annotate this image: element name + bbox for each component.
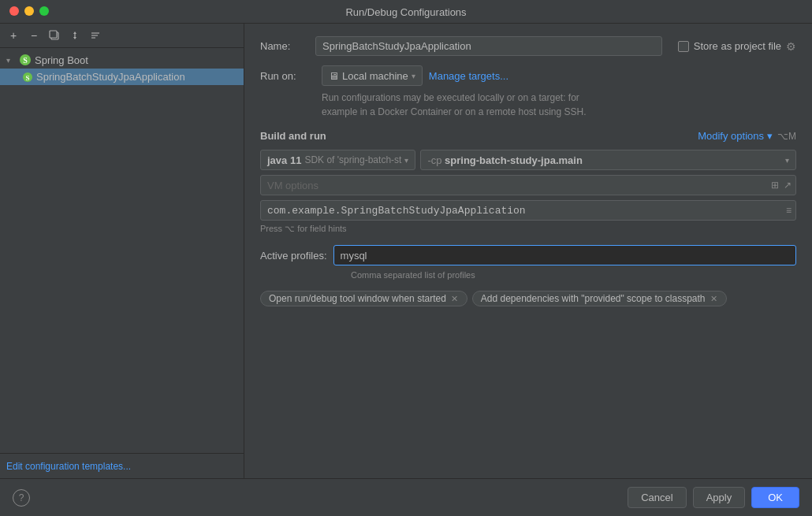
sidebar: + − — [0, 24, 244, 478]
run-hint-line1: Run configurations may be executed local… — [322, 91, 796, 105]
settings-icon[interactable]: ↗ — [782, 179, 793, 191]
spring-boot-icon: S — [19, 54, 32, 66]
cp-dropdown[interactable]: -cp spring-batch-study-jpa.main ▾ — [420, 150, 796, 170]
expand-icon[interactable]: ⊞ — [769, 179, 780, 191]
svg-text:S: S — [23, 56, 28, 65]
store-project-label: Store as project file — [694, 40, 781, 52]
browse-icon[interactable]: ≡ — [784, 204, 793, 217]
profiles-hint: Comma separated list of profiles — [351, 270, 796, 280]
bottom-bar: ? Cancel Apply OK — [0, 478, 812, 516]
local-machine-icon: 🖥 — [329, 70, 339, 82]
tree-item-label: SpringBatchStudyJpaApplication — [36, 71, 185, 83]
svg-text:S: S — [25, 74, 29, 82]
tag1-label: Open run/debug tool window when started — [269, 293, 446, 304]
tree-group-spring-boot[interactable]: ▾ S Spring Boot — [0, 51, 244, 69]
sdk-row: java 11 SDK of 'spring-batch-st ▾ -cp sp… — [260, 150, 796, 170]
active-profiles-label: Active profiles: — [260, 250, 327, 262]
close-button[interactable] — [9, 6, 19, 16]
chevron-down-icon: ▾ — [767, 130, 773, 142]
tags-row: Open run/debug tool window when started … — [260, 291, 796, 306]
store-icon: ⚙ — [786, 40, 796, 53]
copy-config-button[interactable] — [46, 27, 63, 44]
run-on-dropdown[interactable]: 🖥 Local machine ▾ — [322, 65, 423, 86]
sdk-suffix: SDK of 'spring-batch-st — [304, 154, 401, 165]
name-row: Name: Store as project file ⚙ — [260, 36, 796, 56]
tag-add-dependencies: Add dependencies with "provided" scope t… — [472, 291, 727, 306]
vm-options-row: ⊞ ↗ — [260, 175, 796, 195]
modify-options-label: Modify options — [698, 130, 764, 142]
remove-config-button[interactable]: − — [25, 27, 43, 44]
sdk-label: java 11 — [267, 154, 301, 166]
apply-button[interactable]: Apply — [693, 487, 746, 508]
sidebar-bottom: Edit configuration templates... — [0, 453, 244, 478]
spring-app-icon: S — [22, 72, 33, 83]
chevron-down-icon: ▾ — [6, 56, 16, 65]
move-config-button[interactable] — [66, 27, 84, 44]
vm-options-icons: ⊞ ↗ — [769, 179, 793, 191]
sort-config-button[interactable] — [87, 27, 104, 44]
build-run-header: Build and run Modify options ▾ ⌥M — [260, 130, 796, 142]
cancel-button[interactable]: Cancel — [628, 487, 686, 508]
store-project-row: Store as project file ⚙ — [678, 40, 796, 53]
help-button[interactable]: ? — [13, 489, 30, 507]
name-input[interactable] — [315, 36, 662, 56]
run-hint-line2: example in a Docker Container or on a re… — [322, 105, 796, 119]
traffic-lights — [9, 6, 49, 16]
modify-options-shortcut: ⌥M — [777, 131, 796, 142]
manage-targets-link[interactable]: Manage targets... — [429, 70, 508, 82]
ok-button[interactable]: OK — [751, 487, 799, 508]
add-config-button[interactable]: + — [5, 27, 22, 44]
sidebar-tree: ▾ S Spring Boot S SpringBatchStudyJpaApp… — [0, 48, 244, 453]
field-hints: Press ⌥ for field hints — [260, 224, 796, 234]
title-bar: Run/Debug Configurations — [0, 0, 812, 24]
run-on-hint: Run configurations may be executed local… — [322, 91, 796, 119]
tag-open-tool-window: Open run/debug tool window when started … — [260, 291, 467, 306]
tree-item-app[interactable]: S SpringBatchStudyJpaApplication — [0, 69, 244, 85]
modify-options-button[interactable]: Modify options ▾ — [698, 130, 773, 142]
tag2-label: Add dependencies with "provided" scope t… — [481, 293, 706, 304]
main-class-icons: ≡ — [784, 204, 793, 217]
sdk-chevron-icon: ▾ — [404, 156, 408, 165]
help-icon: ? — [19, 492, 24, 503]
tag2-close-button[interactable]: ✕ — [709, 293, 720, 304]
maximize-button[interactable] — [39, 6, 49, 16]
content-area: Name: Store as project file ⚙ Run on: 🖥 … — [244, 24, 812, 478]
store-project-checkbox[interactable] — [678, 41, 689, 52]
cp-text: -cp spring-batch-study-jpa.main — [427, 154, 582, 166]
window-title: Run/Debug Configurations — [345, 6, 466, 18]
edit-templates-link[interactable]: Edit configuration templates... — [6, 461, 131, 472]
active-profiles-input[interactable] — [333, 245, 796, 265]
main-area: + − — [0, 24, 812, 478]
chevron-down-icon: ▾ — [412, 72, 415, 80]
minimize-button[interactable] — [24, 6, 34, 16]
build-run-title: Build and run — [260, 130, 326, 142]
sidebar-toolbar: + − — [0, 24, 244, 48]
name-label: Name: — [260, 40, 315, 52]
cp-chevron-icon: ▾ — [785, 156, 789, 165]
svg-rect-1 — [50, 31, 57, 38]
tag1-close-button[interactable]: ✕ — [449, 293, 460, 304]
sdk-dropdown[interactable]: java 11 SDK of 'spring-batch-st ▾ — [260, 150, 415, 170]
run-on-row: Run on: 🖥 Local machine ▾ Manage targets… — [260, 65, 796, 86]
main-class-input[interactable] — [260, 200, 796, 221]
active-profiles-row: Active profiles: — [260, 245, 796, 265]
run-on-value: Local machine — [342, 70, 408, 82]
run-on-label: Run on: — [260, 70, 315, 82]
vm-options-input[interactable] — [260, 175, 796, 195]
main-class-row: ≡ — [260, 200, 796, 221]
action-buttons: Cancel Apply OK — [628, 487, 799, 508]
tree-group-label: Spring Boot — [35, 54, 88, 66]
